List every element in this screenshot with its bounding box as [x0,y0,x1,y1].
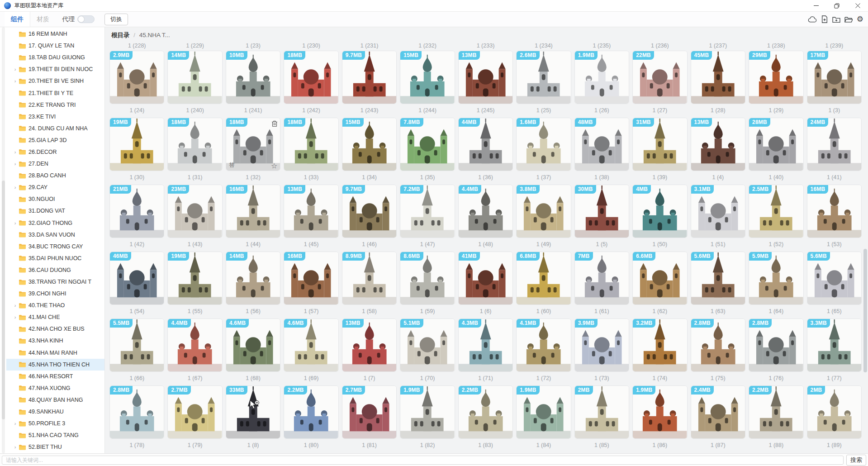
thumbnail[interactable]: 2MB [574,385,629,439]
asset-item[interactable]: 1.6MB1 (37) [516,118,571,181]
thumbnail[interactable]: 2.7MB [167,385,222,439]
proxy-toggle[interactable] [77,15,95,23]
tab-proxy[interactable]: 代理 [56,12,77,27]
asset-item[interactable]: 1.9MB1 (84) [516,385,571,449]
switch-button[interactable]: 切换 [104,14,128,25]
thumbnail[interactable]: 45MB [691,51,745,104]
thumbnail[interactable]: 19MB [109,118,164,171]
thumbnail[interactable]: 2MB [807,385,862,439]
sidebar-item[interactable]: › 32.GIAO THONG [6,217,104,229]
asset-item[interactable]: 18MB 替☆1 (32) [226,118,280,181]
asset-item[interactable]: 14MB1 (240) [167,51,222,114]
asset-item[interactable]: 13MB1 (4) [691,118,745,181]
thumbnail[interactable]: 28MB [749,118,803,171]
folder-add-icon[interactable] [832,16,840,23]
thumbnail[interactable]: 2.8MB [691,319,745,372]
thumbnail[interactable]: 23MB [167,185,222,238]
sidebar-item[interactable]: › 27.DEN [6,158,104,170]
thumbnail[interactable]: 1.6MB [516,118,571,171]
thumbnail[interactable]: 41MB [458,252,513,305]
thumbnail[interactable]: 48MB [574,118,629,171]
sidebar-item[interactable]: › 20.THIET BI VE SINH [6,75,104,87]
thumbnail[interactable]: 2.2MB [458,385,513,439]
thumbnail[interactable]: 1.9MB [574,51,629,104]
asset-item[interactable]: 16MB1 (44) [226,185,280,248]
thumbnail[interactable]: 30MB [574,185,629,238]
sidebar-item[interactable]: 24. DUNG CU AM NHA [6,123,104,134]
thumbnail[interactable]: 13MB [342,319,397,372]
asset-item[interactable]: 2MB1 (89) [807,385,862,449]
chevron-right-icon[interactable]: › [12,421,19,426]
asset-item[interactable]: 21MB1 (42) [109,185,164,248]
asset-item[interactable]: 45MB1 (28) [691,51,745,114]
thumbnail[interactable]: 18MB [167,118,222,171]
thumbnail[interactable]: 6.8MB [516,252,571,305]
thumbnail[interactable]: 4MB [632,185,687,238]
asset-item[interactable]: 2.7MB1 (79) [167,385,222,449]
thumbnail[interactable]: 5.6MB [807,252,862,305]
asset-item[interactable]: 18MB1 (33) [284,118,338,181]
thumbnail[interactable]: 2.4MB [691,385,745,439]
asset-item[interactable]: 4MB1 (50) [632,185,687,248]
search-input[interactable] [2,456,844,465]
thumbnail[interactable]: 9.7MB [342,185,397,238]
sidebar-item[interactable]: 16 REM MANH [6,28,104,40]
thumbnail[interactable]: 14MB [167,51,222,104]
thumbnail[interactable]: 1.9MB [400,385,455,439]
sidebar-item[interactable]: 25.GIA LAP 3D [6,134,104,146]
sidebar-item[interactable]: 43.NHA KINH [6,335,104,347]
thumbnail[interactable]: 13MB [691,118,745,171]
asset-item[interactable]: 3.8MB1 (49) [516,185,571,248]
close-button[interactable] [847,0,868,11]
thumbnail[interactable]: 16MB [284,252,338,305]
cloud-icon[interactable] [808,16,817,23]
thumbnail[interactable]: 3.2MB [632,319,687,372]
sidebar-item[interactable]: 28.BAO CANH [6,170,104,181]
sidebar-item[interactable]: 23.KE TIVI [6,111,104,123]
thumbnail[interactable]: 4.4MB [167,319,222,372]
asset-item[interactable]: 24MB1 (41) [807,118,862,181]
asset-item[interactable]: 16MB1 (53) [807,185,862,248]
asset-item[interactable]: 10MB1 (241) [226,51,280,114]
sidebar-item[interactable]: › 29.CAY [6,181,104,193]
thumbnail[interactable]: 19MB [167,252,222,305]
asset-item[interactable]: 3.9MB1 (73) [574,319,629,382]
sidebar-item[interactable]: › 26.DECOR [6,146,104,158]
thumbnail[interactable]: 5.1MB [400,319,455,372]
chevron-right-icon[interactable]: › [12,220,19,226]
thumbnail[interactable]: 7.8MB [400,118,455,171]
thumbnail[interactable]: 2.9MB [109,51,164,104]
thumbnail[interactable]: 31MB [632,118,687,171]
thumbnail[interactable]: 8.6MB [400,252,455,305]
sidebar-item[interactable]: 38.TRANG TRI NGOAI T [6,276,104,288]
asset-item[interactable]: 9.7MB1 (46) [342,185,397,248]
thumbnail[interactable]: 7.2MB [400,185,455,238]
thumbnail[interactable]: 22MB [632,51,687,104]
sidebar-item[interactable]: 22.KE TRANG TRI [6,99,104,111]
sidebar-item[interactable]: 31.DONG VAT [6,205,104,217]
favorite-star-icon[interactable]: ☆ [271,162,277,170]
thumbnail[interactable]: 4.1MB [516,319,571,372]
thumbnail[interactable]: 24MB [807,118,862,171]
asset-item[interactable]: 31MB1 (39) [632,118,687,181]
thumbnail[interactable]: 4.6MB [284,319,338,372]
thumbnail[interactable]: 4.6MB [226,319,280,372]
chevron-right-icon[interactable]: › [12,314,19,320]
asset-item[interactable]: 4.1MB1 (72) [516,319,571,382]
thumbnail[interactable]: 7MB [574,252,629,305]
asset-item[interactable]: 5.6MB1 (63) [691,252,745,315]
sidebar-item[interactable]: › 19.THIET BI DIEN NUOC [6,63,104,75]
chevron-right-icon[interactable]: › [12,185,19,190]
sidebar-item[interactable]: 35.DAI PHUN NUOC [6,252,104,264]
thumbnail[interactable]: 13MB [284,185,338,238]
sidebar-item[interactable]: › 52.BIET THU [6,441,104,453]
sidebar-item[interactable]: 45.NHA THO THIEN CH [6,359,104,371]
asset-item[interactable]: 17MB1 (3) [807,51,862,114]
breadcrumb-current[interactable]: 45.NHA T... [139,32,170,38]
asset-item[interactable]: 19MB1 (30) [109,118,164,181]
sidebar-item[interactable]: › 50.PROFILE 3 [6,418,104,429]
asset-item[interactable]: 29MB1 (29) [749,51,803,114]
asset-item[interactable]: 2.8MB1 (76) [749,319,803,382]
asset-item[interactable]: 7.2MB1 (47) [400,185,455,248]
asset-item[interactable]: 2.5MB1 (52) [749,185,803,248]
